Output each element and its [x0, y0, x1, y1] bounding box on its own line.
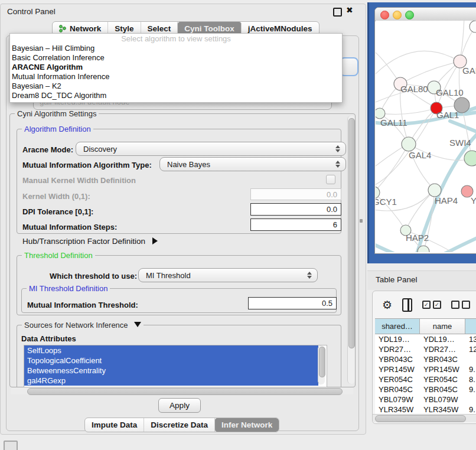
tab-label: Discretize Data [151, 420, 208, 429]
mi-algorithm-type-combo[interactable]: Naive Bayes [159, 157, 346, 171]
network-canvas[interactable]: GALGAL80GAL10GAL1GAL11GAL4SWI4GCY1HAP4YH… [376, 21, 476, 252]
attribute-item[interactable]: gal4RGexp [24, 376, 318, 386]
network-edge [461, 21, 464, 56]
dock-panel-icon[interactable] [4, 441, 18, 450]
deselect-all-checkboxes-icon[interactable] [451, 301, 470, 309]
table-column-header[interactable]: shared… [375, 319, 420, 334]
table-cell: YBR045C [375, 384, 420, 394]
aracne-mode-label: Aracne Mode: [22, 145, 73, 154]
table-column-header[interactable] [465, 319, 476, 334]
bottom-tab-impute-data[interactable]: Impute Data [85, 418, 144, 432]
algorithm-option[interactable]: Bayesian – Hill Climbing [10, 44, 342, 53]
attribute-item[interactable]: TopologicalCoefficient [24, 356, 318, 366]
table-cell: 9. [465, 364, 476, 374]
mi-steps-field[interactable]: 6 [250, 219, 341, 231]
table-row[interactable]: YLR345WYLR345W9. [375, 405, 476, 415]
aracne-mode-value: Discovery [83, 145, 117, 154]
apply-button[interactable]: Apply [158, 398, 201, 413]
mi-algorithm-type-label: Mutual Information Algorithm Type: [22, 161, 152, 169]
gear-icon[interactable]: ⚙ [382, 299, 392, 311]
table-row[interactable]: YDL19…YDL19…13 [375, 334, 476, 344]
tab-label: Impute Data [92, 420, 137, 429]
table-cell: YDL19… [375, 334, 420, 344]
threshold-definition-title: Threshold Definition [22, 251, 95, 260]
collapsed-arrow-icon [152, 237, 158, 244]
table-row[interactable]: YPR145WYPR145W9. [375, 364, 476, 374]
mi-threshold-field[interactable]: 0.5 [248, 297, 337, 309]
algorithm-option[interactable]: Mutual Information Inference [10, 72, 342, 81]
zoom-window-icon[interactable] [405, 11, 414, 19]
tab-label: jActiveMNodules [248, 24, 312, 33]
kernel-width-field[interactable]: 0.0 [250, 188, 341, 200]
float-panel-icon[interactable] [333, 8, 342, 17]
table-cell: YLR345W [420, 405, 465, 415]
bottom-tab-discretize-data[interactable]: Discretize Data [144, 418, 215, 432]
network-edge [400, 61, 460, 84]
table-row[interactable]: YBL079WYBL079W [375, 394, 476, 405]
manual-kernel-width-label: Manual Kernel Width Definition [22, 176, 136, 185]
columns-icon[interactable] [402, 298, 412, 312]
sources-group-title[interactable]: Sources for Network Inference [22, 321, 144, 330]
table-cell: YBL079W [420, 394, 465, 405]
manual-kernel-width-checkbox[interactable] [326, 175, 335, 184]
table-panel-window: ⚙ ✓✓ shared…name YDL19…YDL19…13YDR27…YDR… [372, 291, 476, 424]
table-horizontal-scrollbar[interactable] [373, 414, 476, 422]
network-node-label: SWI4 [449, 138, 471, 148]
cyni-settings-group-title: Cyni Algorithm Settings [15, 109, 99, 118]
dpi-tolerance-field[interactable]: 0.0 [250, 203, 341, 216]
data-attributes-label: Data Attributes [21, 334, 76, 343]
algorithm-option[interactable]: ARACNE Algorithm [10, 63, 342, 72]
bottom-tabs: Impute DataDiscretize DataInfer Network [84, 418, 279, 432]
network-node-label: Y [471, 195, 476, 206]
table-cell: 12 [465, 344, 476, 354]
bottom-tab-infer-network[interactable]: Infer Network [215, 418, 279, 432]
select-all-checkboxes-icon[interactable]: ✓✓ [422, 301, 441, 309]
network-node[interactable] [470, 21, 476, 32]
table-cell: YDR27… [420, 344, 465, 354]
table-row[interactable]: YBR043CYBR043C [375, 354, 476, 364]
hub-definition-toggle[interactable]: Hub/Transcription Factor Definition [22, 237, 158, 246]
network-node[interactable] [402, 137, 416, 151]
settings-horizontal-scrollbar[interactable] [11, 387, 353, 394]
attribute-item[interactable]: BetweennessCentrality [24, 366, 318, 376]
splitter-grip[interactable] [360, 219, 363, 223]
algorithm-option[interactable]: Dream8 DC_TDC Algorithm [10, 91, 342, 100]
tab-label: Style [115, 24, 133, 33]
close-panel-icon[interactable]: ✖ [346, 5, 353, 15]
table-cell [465, 394, 476, 405]
table-column-header[interactable]: name [420, 319, 465, 334]
node-table: shared…name YDL19…YDL19…13YDR27…YDR27…12… [375, 318, 476, 415]
network-node-label: GAL1 [436, 110, 459, 120]
algorithm-definition-title: Algorithm Definition [22, 125, 93, 133]
table-cell: YBR045C [420, 384, 465, 394]
combo-spinner-icon [335, 161, 340, 168]
which-threshold-value: MI Threshold [146, 271, 191, 280]
network-window-titlebar[interactable] [375, 8, 476, 21]
network-node[interactable] [428, 184, 441, 197]
which-threshold-label: Which threshold to use: [50, 272, 137, 281]
settings-vertical-scrollbar[interactable] [347, 116, 355, 384]
table-cell: YPR145W [375, 364, 420, 374]
attributes-list-scrollbar[interactable] [318, 345, 325, 384]
tab-label: Infer Network [221, 420, 272, 429]
tab-label: Select [148, 24, 171, 33]
table-row[interactable]: YER054CYER054C8. [375, 374, 476, 384]
close-window-icon[interactable] [380, 11, 389, 19]
network-node-label: GAL10 [436, 87, 464, 97]
dpi-tolerance-label: DPI Tolerance [0,1]: [22, 207, 93, 216]
attribute-item[interactable]: SelfLoops [24, 345, 318, 356]
network-edge-thick [445, 237, 476, 252]
which-threshold-combo[interactable]: MI Threshold [138, 268, 318, 282]
table-cell: YPR145W [420, 364, 465, 374]
algorithm-option[interactable]: Basic Correlation Inference [10, 53, 342, 63]
network-node[interactable] [464, 151, 476, 166]
table-cell: YDL19… [420, 334, 465, 344]
mi-threshold-group-title: MI Threshold Definition [27, 284, 110, 293]
table-row[interactable]: YBR045CYBR045C9. [375, 384, 476, 394]
minimize-window-icon[interactable] [393, 11, 402, 19]
control-panel-title: Control Panel [7, 7, 56, 16]
table-row[interactable]: YDR27…YDR27…12 [375, 344, 476, 354]
aracne-mode-combo[interactable]: Discovery [76, 142, 346, 156]
mi-steps-label: Mutual Information Steps: [22, 223, 117, 231]
algorithm-option[interactable]: Bayesian – K2 [10, 81, 342, 91]
